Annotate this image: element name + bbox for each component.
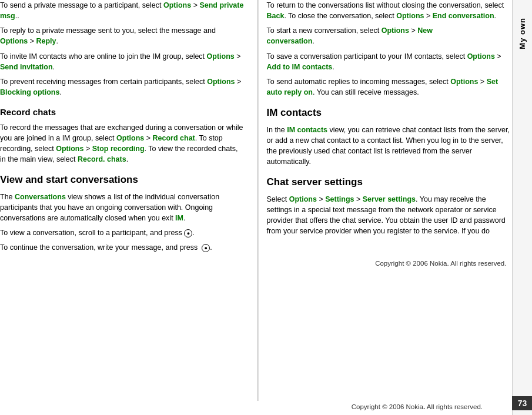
- options-link-9[interactable]: Options: [467, 52, 495, 61]
- right-p3: To save a conversation participant to yo…: [267, 51, 513, 72]
- options-link-11[interactable]: Options: [289, 195, 317, 203]
- copyright-text: Copyright © 2006 Nokia. All rights reser…: [375, 259, 506, 269]
- center-key-icon-1: ●: [184, 229, 192, 237]
- center-key-icon-2: ●: [202, 244, 210, 252]
- columns-row: To send a private message to a participa…: [0, 0, 512, 401]
- blocking-options-link[interactable]: Blocking options: [0, 88, 59, 96]
- options-link-1[interactable]: Options: [163, 1, 191, 9]
- left-p1: To send a private message to a participa…: [0, 0, 246, 21]
- options-link-5[interactable]: Options: [116, 134, 144, 142]
- send-invitation-link[interactable]: Send invitation: [0, 63, 53, 71]
- options-link-10[interactable]: Options: [450, 78, 478, 86]
- record-chats-link[interactable]: Record. chats: [78, 155, 126, 163]
- right-p1: To return to the conversations list with…: [267, 0, 513, 21]
- columns-wrapper: To send a private message to a participa…: [0, 0, 512, 415]
- chat-server-p1: Select Options > Settings > Server setti…: [267, 194, 513, 237]
- add-to-im-contacts-link[interactable]: Add to IM contacts: [267, 63, 333, 71]
- right-sidebar: My own 73: [512, 0, 532, 415]
- options-link-6[interactable]: Options: [56, 145, 83, 153]
- reply-link[interactable]: Reply: [36, 37, 56, 45]
- stop-recording-link[interactable]: Stop recording: [92, 145, 145, 153]
- options-link-4[interactable]: Options: [207, 78, 235, 86]
- settings-link[interactable]: Settings: [325, 195, 354, 203]
- copyright-bottom: Copyright © 2006 Nokia. All rights reser…: [352, 403, 483, 410]
- left-p4: To prevent receiving messages from certa…: [0, 76, 246, 98]
- options-link-7[interactable]: Options: [396, 12, 424, 20]
- back-link[interactable]: Back: [267, 12, 285, 20]
- right-p4: To send automatic replies to incoming me…: [267, 76, 513, 98]
- conversations-link[interactable]: Conversations: [15, 193, 66, 201]
- record-chats-heading: Record chats: [0, 106, 246, 119]
- im-link-1[interactable]: IM: [175, 214, 183, 222]
- main-content: To send a private message to a participa…: [0, 0, 532, 415]
- left-p3: To invite IM contacts who are online to …: [0, 51, 246, 72]
- right-p2: To start a new conversation, select Opti…: [267, 25, 513, 46]
- record-chat-link[interactable]: Record chat: [153, 134, 195, 142]
- end-conversation-link[interactable]: End conversation: [433, 12, 494, 20]
- left-column: To send a private message to a participa…: [0, 0, 257, 401]
- options-link-8[interactable]: Options: [382, 26, 409, 35]
- server-settings-link[interactable]: Server settings: [363, 195, 416, 203]
- view-conversations-p2: To view a conversation, scroll to a part…: [0, 227, 246, 238]
- view-conversations-p1: The Conversations view shows a list of t…: [0, 192, 246, 223]
- view-conversations-p3: To continue the conversation, write your…: [0, 242, 246, 253]
- options-link-2[interactable]: Options: [0, 37, 28, 45]
- options-link-3[interactable]: Options: [207, 52, 235, 61]
- chat-server-settings-heading: Chat server settings: [267, 175, 513, 190]
- page-number: 73: [512, 396, 532, 410]
- im-contacts-p1: In the IM contacts view, you can retriev…: [267, 125, 513, 168]
- left-p2: To reply to a private message sent to yo…: [0, 25, 246, 46]
- record-chats-p1: To record the messages that are exchange…: [0, 122, 246, 165]
- send-private-msg-link[interactable]: Send private msg: [0, 1, 243, 20]
- sidebar-label: My own: [518, 18, 527, 49]
- right-column: To return to the conversations list with…: [258, 0, 513, 401]
- im-contacts-heading: IM contacts: [267, 106, 513, 121]
- view-start-conversations-heading: View and start conversations: [0, 173, 246, 188]
- im-contacts-link[interactable]: IM contacts: [287, 126, 327, 134]
